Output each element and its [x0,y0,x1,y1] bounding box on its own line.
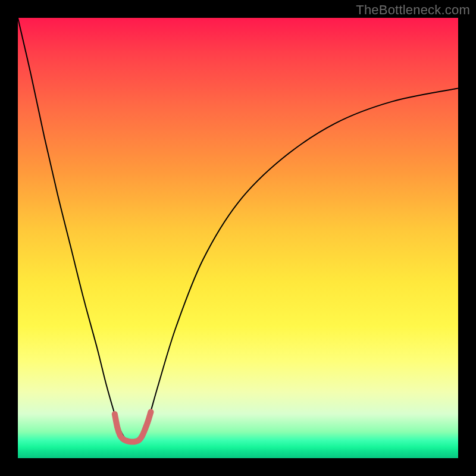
marker-highlight-valley [115,425,120,430]
marker-highlight-valley [139,434,145,439]
marker-highlight-valley [146,418,151,424]
chart-svg [18,18,458,458]
plot-area [18,18,458,458]
marker-highlight-valley [148,409,154,415]
marker-highlight-valley [112,412,117,417]
watermark-text: TheBottleneck.com [356,2,470,18]
chart-frame: TheBottleneck.com [0,0,476,476]
marker-highlight-valley [142,427,148,432]
series-black-curve [18,18,458,441]
